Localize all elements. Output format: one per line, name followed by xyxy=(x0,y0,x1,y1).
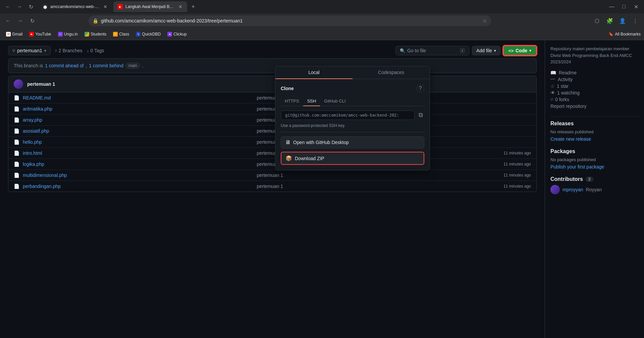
branch-name: pertemuan1 xyxy=(17,48,42,53)
star-icon[interactable]: ☆ xyxy=(483,18,487,23)
profile-button[interactable]: 👤 xyxy=(617,15,628,26)
file-name[interactable]: README.md xyxy=(23,95,257,100)
file-name[interactable]: intro.html xyxy=(23,150,257,156)
tab-close-github[interactable]: ✕ xyxy=(103,4,108,9)
file-name[interactable]: array.php xyxy=(23,117,257,123)
goto-file-button[interactable]: 🔍 Go to file t xyxy=(395,46,469,55)
file-name[interactable]: logika.php xyxy=(23,161,257,167)
tags-link[interactable]: ⬦ 0 Tags xyxy=(87,48,104,53)
author-avatar xyxy=(14,79,23,89)
table-row[interactable]: 📄 hello.php pertemuan 1 xyxy=(8,137,536,148)
clone-divider xyxy=(281,132,424,132)
create-release-link[interactable]: Create new release xyxy=(550,136,591,142)
tab-close-youtube[interactable]: ✕ xyxy=(178,4,183,9)
latest-commit-message[interactable]: pertemuan 1 xyxy=(27,81,55,87)
clone-help-icon[interactable]: ? xyxy=(416,84,424,92)
forward-button[interactable]: → xyxy=(15,2,24,11)
quickdbd-favicon: Q xyxy=(136,32,141,37)
file-name[interactable]: aritmatika.php xyxy=(23,106,257,112)
copy-url-button[interactable]: ⧉ xyxy=(417,110,424,120)
branch-actions: 🔍 Go to file t Add file ▾ <> Code ▾ xyxy=(395,46,537,56)
all-bookmarks-label: All Bookmarks xyxy=(615,32,641,37)
file-icon: 📄 xyxy=(14,95,19,100)
codespaces-tab[interactable]: Codespaces xyxy=(353,66,430,79)
commit-behind-link[interactable]: 1 commit behind xyxy=(89,63,123,68)
code-dropdown-panel: Local Codespaces Clone ? HTTPS SSH GitHu… xyxy=(275,66,430,171)
contributors-title: Contributors 2 xyxy=(550,176,639,182)
extensions-button[interactable]: 🧩 xyxy=(604,15,615,26)
table-row[interactable]: 📄 perbandingan.php pertemuan 1 11 minute… xyxy=(8,181,536,192)
file-time: 11 minutes ago xyxy=(491,173,531,178)
bookmark-youtube[interactable]: ▶ YouTube xyxy=(26,30,54,38)
cast-button[interactable]: ⬡ xyxy=(592,15,602,26)
address-bar[interactable]: 🔒 github.com/amccamikom/amcc-web-backend… xyxy=(89,15,491,26)
back-nav-button[interactable]: ← xyxy=(3,16,13,25)
minimize-button[interactable]: — xyxy=(607,2,616,11)
file-name[interactable]: asosiatif.php xyxy=(23,128,257,134)
clone-url-input[interactable]: git@github.com:amccamikom/amcc-web-backe… xyxy=(281,111,415,120)
commit-ahead-link[interactable]: 1 commit ahead of xyxy=(45,63,84,68)
menu-button[interactable]: ⋮ xyxy=(630,15,641,26)
reload-button[interactable]: ↻ xyxy=(26,2,36,11)
tab-youtube[interactable]: ▶ Langkah Awal Menjadi Backe ✕ xyxy=(113,1,187,12)
main-badge: main xyxy=(125,63,140,69)
table-row[interactable]: 📄 multidimensional.php pertemuan 1 11 mi… xyxy=(8,170,536,181)
contributor-name[interactable]: mproyyan xyxy=(562,187,583,192)
clone-section: Clone ? HTTPS SSH GitHub CLI git@github.… xyxy=(275,79,430,170)
table-row[interactable]: 📄 array.php pertemuan 1 xyxy=(8,115,536,126)
back-button[interactable]: ← xyxy=(3,2,13,11)
tab-github[interactable]: ⬤ amccamikom/amcc-web-backe ✕ xyxy=(38,1,112,12)
quickdbd-label: QuickDBD xyxy=(142,32,161,37)
publish-package-link[interactable]: Publish your first package xyxy=(550,164,604,170)
branches-icon: ⑂ xyxy=(55,48,57,53)
branches-link[interactable]: ⑂ 2 Branches xyxy=(55,48,83,53)
activity-link[interactable]: 〰 Activity xyxy=(550,76,639,83)
readme-label: Readme xyxy=(559,70,577,75)
forward-nav-button[interactable]: → xyxy=(15,16,25,25)
code-button[interactable]: <> Code ▾ xyxy=(503,46,537,56)
bookmark-students[interactable]: Students xyxy=(82,30,109,38)
add-file-button[interactable]: Add file ▾ xyxy=(472,46,500,55)
file-name[interactable]: hello.php xyxy=(23,139,257,145)
cli-tab[interactable]: GitHub CLI xyxy=(320,96,350,106)
reload-nav-button[interactable]: ↻ xyxy=(28,16,37,25)
ssh-tab[interactable]: SSH xyxy=(303,96,320,106)
commit-info-bar: This branch is 1 commit ahead of , 1 com… xyxy=(8,58,537,73)
bookmark-ungu[interactable]: U Ungu.in xyxy=(55,30,80,38)
new-tab-button[interactable]: + xyxy=(189,2,198,11)
readme-icon: 📖 xyxy=(550,70,556,75)
file-name[interactable]: perbandingan.php xyxy=(23,184,257,189)
table-row[interactable]: 📄 intro.html pertemuan 1 11 minutes ago xyxy=(8,148,536,159)
close-window-button[interactable]: ✕ xyxy=(631,2,641,11)
file-commit: pertemuan 1 xyxy=(257,184,491,189)
report-repo-link[interactable]: Report repository xyxy=(550,103,639,110)
open-desktop-button[interactable]: 🖥 Open with GitHub Desktop xyxy=(281,136,424,148)
add-file-chevron-icon: ▾ xyxy=(494,49,496,53)
download-zip-button[interactable]: 📦 Download ZIP xyxy=(281,152,424,165)
github-favicon: ⬤ xyxy=(42,4,48,9)
commit-text-prefix: This branch is xyxy=(14,63,43,68)
table-row[interactable]: 📄 aritmatika.php pertemuan 1 xyxy=(8,104,536,115)
readme-link[interactable]: 📖 Readme xyxy=(550,69,639,76)
table-row[interactable]: 📄 README.md pertemuan 1 xyxy=(8,92,536,104)
branch-selector[interactable]: ⑂ pertemuan1 ▾ xyxy=(8,46,51,55)
local-tab[interactable]: Local xyxy=(275,66,353,79)
code-icon: <> xyxy=(508,48,514,53)
toolbar-icons: ⬡ 🧩 👤 ⋮ xyxy=(592,15,641,26)
bookmark-gmail[interactable]: M Gmail xyxy=(3,30,25,38)
maximize-button[interactable]: □ xyxy=(619,2,629,11)
clone-url-row: git@github.com:amccamikom/amcc-web-backe… xyxy=(281,110,424,120)
students-label: Students xyxy=(91,32,106,37)
bookmark-clickup[interactable]: ▲ Clickup xyxy=(165,30,189,38)
yt-favicon: ▶ xyxy=(29,32,34,37)
table-row[interactable]: 📄 logika.php pertemuan 1 11 minutes ago xyxy=(8,159,536,170)
https-tab[interactable]: HTTPS xyxy=(281,96,303,106)
goto-file-label: Go to file xyxy=(407,48,426,53)
students-favicon xyxy=(85,32,89,37)
file-icon: 📄 xyxy=(14,184,19,189)
file-name[interactable]: multidimensional.php xyxy=(23,173,257,178)
code-label: Code xyxy=(516,48,527,53)
bookmark-quickdbd[interactable]: Q QuickDBD xyxy=(133,30,163,38)
table-row[interactable]: 📄 asosiatif.php pertemuan 1 xyxy=(8,126,536,137)
bookmark-class[interactable]: C Class xyxy=(110,30,132,38)
